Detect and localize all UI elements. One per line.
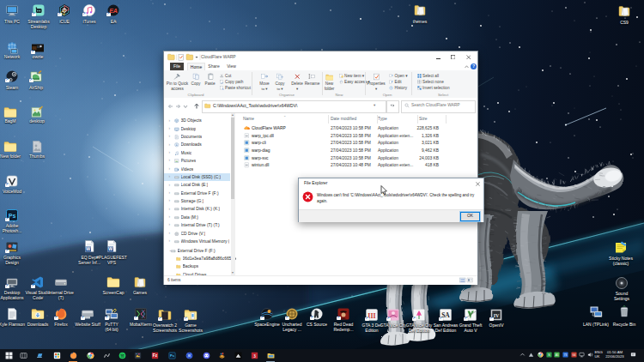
svg-text:W: W [108,246,113,251]
svg-text:73: 73 [564,353,568,357]
svg-text:IV: IV [494,313,500,318]
svg-text:A5: A5 [556,353,559,357]
svg-text:Ps: Ps [9,213,16,219]
svg-text:Ps: Ps [170,353,175,358]
svg-text:III: III [368,312,375,320]
svg-text:EA: EA [109,8,118,14]
svg-text:Fz: Fz [152,353,157,358]
svg-text:G4: G4 [572,353,575,357]
svg-text:W: W [86,246,91,251]
svg-text:SA: SA [441,311,450,319]
